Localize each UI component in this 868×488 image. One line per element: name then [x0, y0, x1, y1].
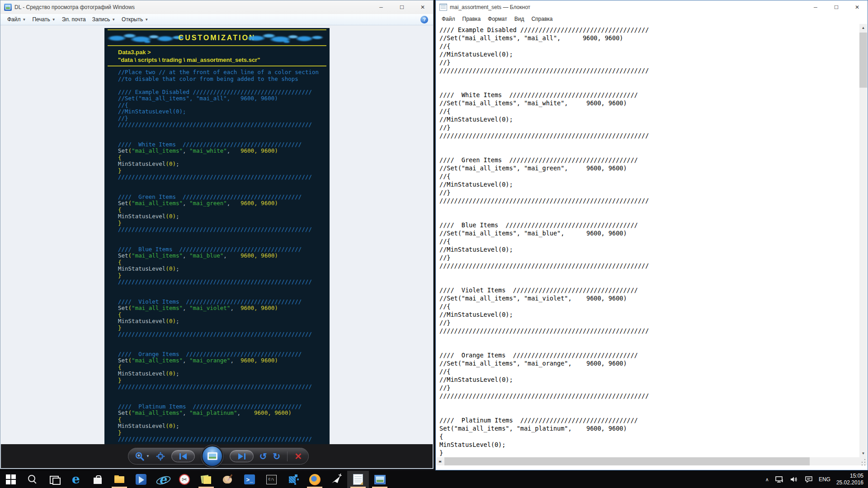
volume-icon[interactable]: [790, 476, 799, 483]
menu-item[interactable]: Печать▼: [29, 15, 58, 24]
resize-grip[interactable]: [859, 457, 867, 465]
menu-item[interactable]: Файл: [438, 14, 459, 23]
code-line: //{: [439, 302, 859, 310]
code-line: //}: [439, 58, 859, 66]
image-code-line: Set("mai_all_items", "mai_violet", 9600,…: [118, 305, 330, 312]
taskbar-item-photo-viewer[interactable]: [369, 471, 391, 488]
rotate-clockwise-button[interactable]: ↻: [273, 452, 281, 461]
code-line: ////////////////////////////////////////…: [439, 66, 859, 75]
taskbar-item-cmd[interactable]: C:\: [260, 471, 282, 488]
taskbar-item-task-view[interactable]: [43, 471, 65, 488]
next-button[interactable]: [230, 450, 253, 462]
code-line: [439, 408, 859, 416]
code-line: //}: [439, 384, 859, 392]
image-code-line: {: [118, 312, 330, 319]
menu-item[interactable]: Правка: [459, 14, 485, 23]
taskbar-item-powershell[interactable]: >_: [239, 471, 260, 488]
photo-viewer-app-icon: [4, 4, 12, 11]
taskbar-item-file-explorer[interactable]: [108, 471, 130, 488]
image-code-line: ////////////////////////////////////////…: [118, 174, 330, 181]
taskbar-item-notepad[interactable]: [347, 471, 369, 488]
slideshow-button[interactable]: [202, 446, 223, 467]
menu-item[interactable]: Формат: [484, 14, 511, 23]
show-hidden-icons-button[interactable]: ∧: [765, 477, 769, 483]
menu-item[interactable]: Вид: [511, 14, 528, 23]
image-code-line: [118, 181, 330, 188]
taskbar-item-blue-cube-app[interactable]: [282, 471, 304, 488]
taskbar-item-internet-explorer[interactable]: e: [152, 471, 174, 488]
taskbar-item-store[interactable]: [87, 471, 108, 488]
taskbar-item-quill-app[interactable]: [326, 471, 347, 488]
code-line: [439, 400, 859, 408]
chevron-down-icon: ▼: [52, 18, 56, 22]
image-code-line: Set("mai_all_items", "mai_blue", 9600, 9…: [118, 253, 330, 259]
rotate-counterclockwise-button[interactable]: ↺: [259, 452, 267, 461]
image-code-line: }: [118, 272, 330, 279]
taskbar-item-firefox[interactable]: [304, 471, 326, 488]
delete-button[interactable]: ✕: [294, 451, 302, 462]
menu-item[interactable]: Запись▼: [89, 15, 118, 24]
code-line: [439, 148, 859, 156]
image-code-line: //MinStatusLevel(0);: [118, 108, 330, 115]
search-icon: [27, 474, 38, 485]
menu-item[interactable]: Файл▼: [4, 15, 29, 24]
menu-item[interactable]: Открыть▼: [118, 15, 151, 24]
image-code-line: [118, 239, 330, 246]
minimize-button[interactable]: ─: [371, 0, 392, 14]
scroll-up-icon[interactable]: ▲: [859, 24, 867, 32]
media-player-icon: [136, 474, 146, 485]
taskbar-item-paint[interactable]: [217, 471, 239, 488]
taskbar-item-edge[interactable]: e: [65, 471, 87, 488]
code-line: [439, 335, 859, 343]
taskbar-item-start[interactable]: [0, 471, 22, 488]
language-indicator[interactable]: ENG: [819, 476, 830, 483]
taskbar-item-sticky-notes[interactable]: [195, 471, 217, 488]
image-code-line: MinStatusLevel(0);: [118, 423, 330, 430]
scroll-right-icon[interactable]: ►: [436, 457, 444, 465]
taskbar-item-snipping-tool[interactable]: ✂: [174, 471, 195, 488]
image-source-block: Data3.pak > "data \ scripts \ trading \ …: [104, 46, 330, 66]
taskbar-item-search[interactable]: [22, 471, 43, 488]
image-code-line: //// White Items ///////////////////////…: [118, 141, 330, 148]
notepad-titlebar[interactable]: mai_assortment_sets — Блокнот ─ ☐ ✕: [436, 0, 868, 14]
close-button[interactable]: ✕: [847, 0, 868, 14]
maximize-button[interactable]: ☐: [392, 0, 412, 14]
scroll-down-icon[interactable]: ▼: [859, 450, 867, 457]
code-line: [439, 140, 859, 148]
clock[interactable]: 15:05 25.02.2016: [836, 473, 863, 486]
slideshow-icon: [208, 452, 217, 460]
network-icon[interactable]: [775, 476, 784, 483]
photo-viewer-titlebar[interactable]: DL - Средство просмотра фотографий Windo…: [0, 0, 433, 14]
previous-button[interactable]: [171, 450, 195, 462]
taskbar-item-media-player[interactable]: [130, 471, 152, 488]
vertical-scroll-thumb[interactable]: [859, 33, 867, 88]
close-button[interactable]: ✕: [412, 0, 433, 14]
notepad-text[interactable]: //// Example Disabled //////////////////…: [436, 24, 859, 457]
photo-viewer-bottombar: ▼ ↺ ↻: [1, 444, 433, 468]
zoom-button[interactable]: ▼: [135, 451, 150, 461]
maximize-button[interactable]: ☐: [826, 0, 847, 14]
code-line: MinStatusLevel(0);: [439, 441, 859, 449]
fit-to-window-button[interactable]: [156, 451, 165, 461]
image-code-line: [118, 286, 330, 292]
image-code-line: MinStatusLevel(0);: [118, 213, 330, 220]
magnifier-icon: [135, 451, 145, 461]
fit-to-window-icon: [156, 451, 165, 461]
menu-item[interactable]: Справка: [528, 14, 556, 23]
cmd-icon: C:\: [266, 475, 277, 484]
minimize-button[interactable]: ─: [805, 0, 826, 14]
code-line: //Set("mai_all_items", "mai_blue", 9600,…: [439, 229, 859, 237]
help-button[interactable]: ?: [420, 16, 428, 23]
menu-item[interactable]: Эл. почта: [59, 15, 89, 24]
toolbar-separator: [287, 451, 288, 461]
chevron-down-icon: ▼: [23, 18, 26, 22]
code-line: [439, 213, 859, 221]
image-code-line: Set("mai_all_items", "mai_platinum", 960…: [118, 410, 330, 417]
notepad-menubar: ФайлПравкаФорматВидСправка: [436, 14, 868, 24]
code-line: [439, 278, 859, 286]
horizontal-scroll-thumb[interactable]: [444, 457, 810, 465]
vertical-scrollbar[interactable]: ▲ ▼: [859, 24, 867, 457]
action-center-icon[interactable]: [805, 476, 813, 483]
horizontal-scrollbar[interactable]: ◄ ►: [436, 457, 859, 465]
code-line: [439, 205, 859, 213]
